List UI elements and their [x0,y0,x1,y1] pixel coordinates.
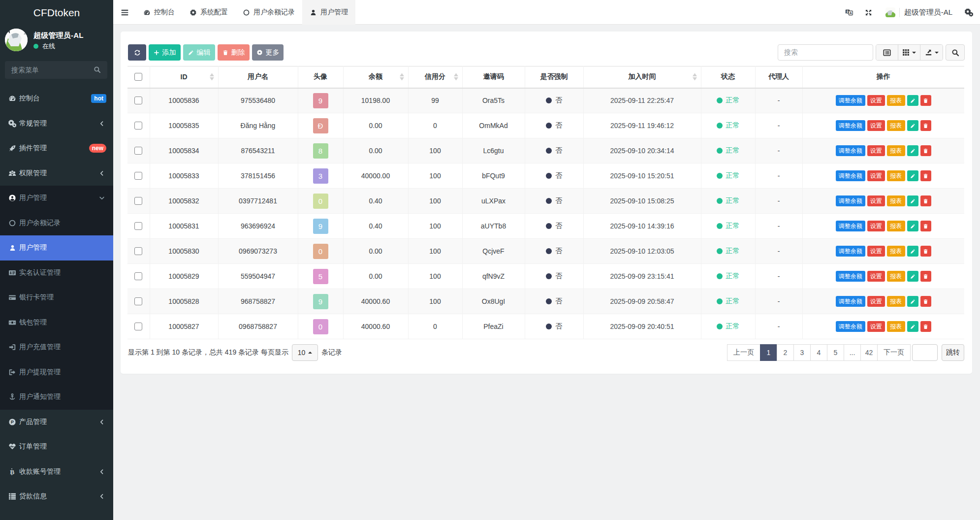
svg-text:A: A [849,11,852,15]
svg-text:P: P [11,420,14,424]
svg-text:B: B [10,468,14,476]
